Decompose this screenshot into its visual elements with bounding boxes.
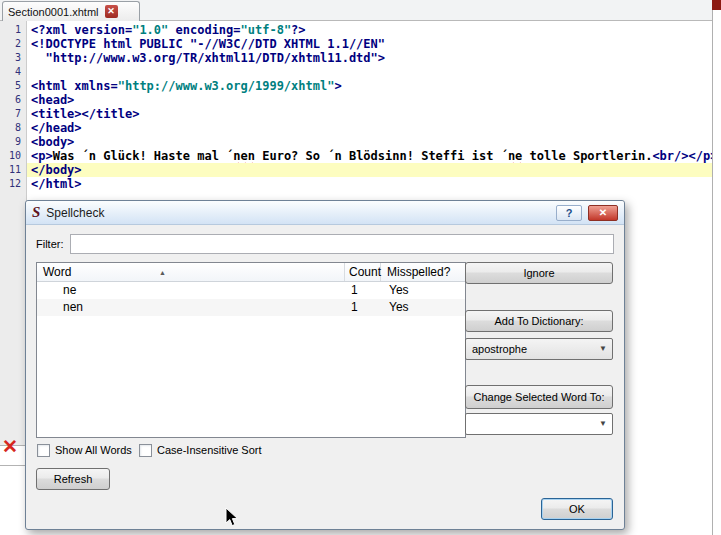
column-header-word[interactable]: Word ▲ — [37, 263, 345, 281]
code-token: <br/></p> — [652, 149, 712, 163]
line-number: 5 — [0, 79, 27, 93]
code-line-4[interactable]: 4 — [0, 65, 712, 79]
code-line-7[interactable]: 7<title></title> — [0, 107, 712, 121]
miss-cell: Yes — [381, 299, 465, 316]
case-insensitive-sort-label: Case-Insensitive Sort — [157, 444, 262, 457]
mouse-cursor-icon — [225, 507, 239, 532]
spellcheck-dialog: S Spellcheck ? ✕ Filter: Word ▲ Count Mi… — [25, 200, 625, 530]
change-selected-word-button[interactable]: Change Selected Word To: — [465, 385, 613, 409]
line-number: 7 — [0, 107, 27, 121]
line-number: 4 — [0, 65, 27, 79]
code-text[interactable]: </html> — [27, 177, 712, 191]
misspelled-word: nen — [233, 149, 255, 163]
code-line-5[interactable]: 5<html xmlns="http://www.w3.org/1999/xht… — [0, 79, 712, 93]
count-cell: 1 — [345, 299, 381, 316]
code-token: "utf-8" — [241, 23, 292, 37]
tab-section0001[interactable]: Section0001.xhtml ✕ — [2, 1, 140, 21]
word-cell: nen — [37, 299, 345, 316]
line-number: 9 — [0, 135, 27, 149]
code-line-3[interactable]: 3 "http://www.w3.org/TR/xhtml11/DTD/xhtm… — [0, 51, 712, 65]
code-line-1[interactable]: 1<?xml version="1.0" encoding="utf-8"?> — [0, 23, 712, 37]
dictionary-select-value: apostrophe — [472, 343, 527, 355]
help-icon[interactable]: ? — [556, 205, 582, 221]
code-text[interactable]: <html xmlns="http://www.w3.org/1999/xhtm… — [27, 79, 712, 93]
code-text[interactable]: <!DOCTYPE html PUBLIC "-//W3C//DTD XHTML… — [27, 37, 712, 51]
miss-cell: Yes — [381, 282, 465, 299]
code-text[interactable]: <head> — [27, 93, 712, 107]
code-line-12[interactable]: 12</html> — [0, 177, 712, 191]
window-right-edge — [712, 0, 721, 535]
code-line-6[interactable]: 6<head> — [0, 93, 712, 107]
word-row-ne[interactable]: ne1Yes — [37, 282, 465, 299]
word-cell: ne — [37, 282, 345, 299]
word-row-nen[interactable]: nen1Yes — [37, 299, 465, 316]
dictionary-select[interactable]: apostrophe ▼ — [465, 338, 613, 360]
column-count-label: Count — [349, 265, 381, 279]
show-all-words-checkbox[interactable] — [37, 444, 50, 457]
line-number: 3 — [0, 51, 27, 65]
code-line-11[interactable]: 11</body> — [0, 163, 712, 177]
add-to-dictionary-button[interactable]: Add To Dictionary: — [465, 310, 613, 332]
line-number: 8 — [0, 121, 27, 135]
code-line-10[interactable]: 10<p>Was ´n Glück! Haste mal ´nen Euro? … — [0, 149, 712, 163]
line-number: 2 — [0, 37, 27, 51]
line-number: 10 — [0, 149, 27, 163]
code-text[interactable] — [27, 65, 712, 79]
code-token: tolle Sportlerin. — [522, 149, 652, 163]
corner-marker — [712, 0, 721, 10]
refresh-button[interactable]: Refresh — [36, 468, 110, 490]
code-token: "1.0" — [132, 23, 168, 37]
column-header-misspelled[interactable]: Misspelled? — [381, 263, 465, 281]
tab-title: Section0001.xhtml — [8, 6, 99, 18]
dock-separator-bottom — [0, 465, 25, 466]
code-text[interactable]: <title></title> — [27, 107, 712, 121]
code-token: <?xml version= — [31, 23, 132, 37]
close-icon[interactable]: ✕ — [588, 205, 618, 221]
column-word-label: Word — [43, 265, 71, 279]
ignore-button[interactable]: Ignore — [465, 262, 613, 284]
word-table-header[interactable]: Word ▲ Count Misspelled? — [37, 263, 465, 282]
code-text[interactable]: <?xml version="1.0" encoding="utf-8"?> — [27, 23, 712, 37]
code-token: encoding= — [168, 23, 240, 37]
code-token: <html xmlns= — [31, 79, 118, 93]
ok-button[interactable]: OK — [541, 498, 613, 520]
count-cell: 1 — [345, 282, 381, 299]
dialog-titlebar[interactable]: S Spellcheck ? ✕ — [26, 201, 624, 225]
code-token: > — [334, 79, 341, 93]
sigil-icon: S — [32, 205, 40, 220]
code-token: </html> — [31, 177, 82, 191]
line-number: 12 — [0, 177, 27, 191]
line-number: 11 — [0, 163, 27, 177]
code-token: Was ´n Glück! Haste mal ´ — [53, 149, 234, 163]
tab-close-icon[interactable]: ✕ — [105, 5, 118, 18]
code-token: <body> — [31, 135, 74, 149]
code-token: Euro? So ´n Blödsinn! Steffi ist ´ — [255, 149, 508, 163]
filter-input[interactable] — [70, 234, 614, 254]
code-token: <!DOCTYPE html PUBLIC "-//W3C//DTD XHTML… — [31, 37, 385, 51]
code-text[interactable]: <body> — [27, 135, 712, 149]
code-line-2[interactable]: 2<!DOCTYPE html PUBLIC "-//W3C//DTD XHTM… — [0, 37, 712, 51]
misspelled-word: ne — [508, 149, 522, 163]
code-line-9[interactable]: 9<body> — [0, 135, 712, 149]
sort-ascending-icon: ▲ — [159, 263, 166, 282]
word-table[interactable]: Word ▲ Count Misspelled? ne1Yesnen1Yes — [36, 262, 466, 438]
column-header-count[interactable]: Count — [345, 263, 381, 281]
code-token: "http://www.w3.org/TR/xhtml11/DTD/xhtml1… — [31, 51, 385, 65]
chevron-down-icon: ▼ — [599, 339, 607, 359]
filter-label: Filter: — [36, 238, 64, 250]
code-text[interactable]: <p>Was ´n Glück! Haste mal ´nen Euro? So… — [27, 149, 712, 163]
code-token: ?> — [291, 23, 305, 37]
code-text[interactable]: </body> — [27, 163, 712, 177]
change-word-select[interactable]: ▼ — [465, 413, 613, 435]
line-number: 6 — [0, 93, 27, 107]
code-line-8[interactable]: 8</head> — [0, 121, 712, 135]
code-token: </body> — [31, 163, 82, 177]
case-insensitive-sort-checkbox[interactable] — [139, 444, 152, 457]
code-text[interactable]: "http://www.w3.org/TR/xhtml11/DTD/xhtml1… — [27, 51, 712, 65]
code-token: </head> — [31, 121, 82, 135]
show-all-words-label: Show All Words — [55, 444, 132, 457]
code-text[interactable]: </head> — [27, 121, 712, 135]
column-misspelled-label: Misspelled? — [387, 265, 450, 279]
code-token: <p> — [31, 149, 53, 163]
error-x-icon[interactable]: ✕ — [2, 436, 18, 458]
